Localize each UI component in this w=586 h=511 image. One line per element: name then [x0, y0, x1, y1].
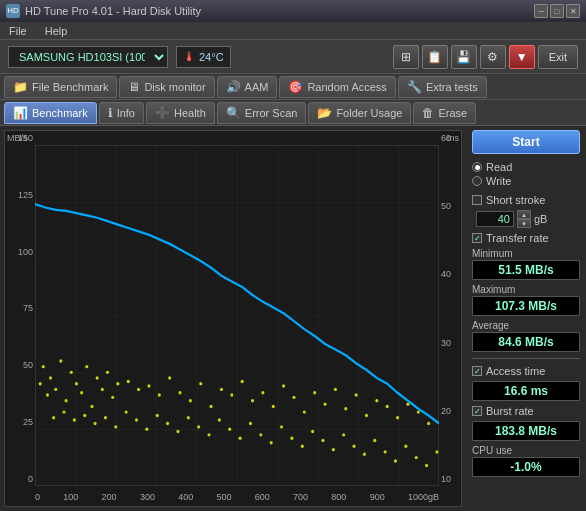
menu-file[interactable]: File [5, 25, 31, 37]
toolbar-btn-1[interactable]: ⊞ [393, 45, 419, 69]
radio-read[interactable]: Read [472, 161, 580, 173]
svg-point-36 [303, 410, 306, 413]
stroke-value-input[interactable] [476, 211, 514, 227]
disk-monitor-icon: 🖥 [128, 80, 140, 94]
svg-point-76 [332, 448, 335, 451]
tab-aam[interactable]: 🔊 AAM [217, 76, 278, 98]
svg-point-33 [272, 405, 275, 408]
erase-icon: 🗑 [422, 106, 434, 120]
svg-point-57 [135, 418, 138, 421]
toolbar-btn-3[interactable]: 💾 [451, 45, 477, 69]
stroke-spin-up[interactable]: ▲ [517, 210, 531, 219]
maximum-label: Maximum [472, 284, 580, 295]
close-btn[interactable]: ✕ [566, 4, 580, 18]
svg-point-14 [96, 376, 99, 379]
burst-rate-checkbox[interactable]: ✓ Burst rate [472, 405, 580, 417]
tab-bar-bottom: 📊 Benchmark ℹ Info ➕ Health 🔍 Error Scan… [0, 100, 586, 126]
tab-random-access[interactable]: 🎯 Random Access [279, 76, 395, 98]
transfer-rate-label: Transfer rate [486, 232, 549, 244]
minimize-btn[interactable]: ─ [534, 4, 548, 18]
menu-bar: File Help [0, 22, 586, 40]
burst-rate-stat: 183.8 MB/s [472, 421, 580, 441]
access-time-checkbox[interactable]: ✓ Access time [472, 365, 580, 377]
access-time-stat: 16.6 ms [472, 381, 580, 401]
svg-point-65 [218, 418, 221, 421]
toolbar-btn-2[interactable]: 📋 [422, 45, 448, 69]
right-panel: Start Read Write Short stroke ▲ ▼ gB [466, 126, 586, 511]
svg-point-19 [127, 380, 130, 383]
svg-point-52 [83, 414, 86, 417]
toolbar-btn-4[interactable]: ⚙ [480, 45, 506, 69]
svg-point-74 [311, 430, 314, 433]
svg-point-51 [73, 418, 76, 421]
tab-file-benchmark[interactable]: 📁 File Benchmark [4, 76, 117, 98]
svg-rect-0 [35, 145, 439, 486]
svg-point-31 [251, 399, 254, 402]
svg-point-45 [396, 416, 399, 419]
menu-help[interactable]: Help [41, 25, 72, 37]
svg-point-75 [321, 439, 324, 442]
tab-disk-monitor[interactable]: 🖥 Disk monitor [119, 76, 214, 98]
y-axis-right-values: 60 50 40 30 20 10 [439, 131, 461, 486]
svg-point-62 [187, 416, 190, 419]
main-content: MB/s ms 150 125 100 75 50 25 0 60 50 40 … [0, 126, 586, 511]
tab-extra-tests-label: Extra tests [426, 81, 478, 93]
svg-point-7 [59, 359, 62, 362]
svg-point-59 [156, 414, 159, 417]
stroke-unit-label: gB [534, 213, 547, 225]
svg-point-16 [106, 371, 109, 374]
device-bar: SAMSUNG HD103SI (1000 GB) 🌡 24°C ⊞ 📋 💾 ⚙… [0, 40, 586, 74]
short-stroke-checkbox[interactable]: Short stroke [472, 194, 580, 206]
svg-point-69 [259, 433, 262, 436]
thermometer-icon: 🌡 [183, 49, 196, 64]
svg-point-55 [114, 425, 117, 428]
benchmark-icon: 📊 [13, 106, 28, 120]
svg-point-86 [435, 450, 438, 453]
tab-benchmark[interactable]: 📊 Benchmark [4, 102, 97, 124]
svg-point-67 [239, 437, 242, 440]
tab-error-scan[interactable]: 🔍 Error Scan [217, 102, 307, 124]
chart-svg [35, 145, 439, 486]
svg-point-28 [220, 388, 223, 391]
svg-point-29 [230, 393, 233, 396]
tab-aam-label: AAM [245, 81, 269, 93]
svg-point-35 [292, 396, 295, 399]
access-time-label: Access time [486, 365, 545, 377]
average-stat: Average 84.6 MB/s [472, 320, 580, 352]
maximize-btn[interactable]: □ [550, 4, 564, 18]
extra-tests-icon: 🔧 [407, 80, 422, 94]
tab-health[interactable]: ➕ Health [146, 102, 215, 124]
svg-point-37 [313, 391, 316, 394]
radio-read-label: Read [486, 161, 512, 173]
svg-point-11 [80, 391, 83, 394]
exit-button[interactable]: Exit [538, 45, 578, 69]
cpu-stat: CPU use -1.0% [472, 445, 580, 477]
svg-point-39 [334, 388, 337, 391]
svg-point-20 [137, 388, 140, 391]
start-button[interactable]: Start [472, 130, 580, 154]
tab-info[interactable]: ℹ Info [99, 102, 144, 124]
stroke-spin-down[interactable]: ▼ [517, 219, 531, 228]
average-value: 84.6 MB/s [472, 332, 580, 352]
tab-erase[interactable]: 🗑 Erase [413, 102, 476, 124]
svg-point-53 [94, 422, 97, 425]
health-icon: ➕ [155, 106, 170, 120]
stroke-spin-buttons: ▲ ▼ [517, 210, 531, 228]
tab-folder-usage[interactable]: 📂 Folder Usage [308, 102, 411, 124]
device-select[interactable]: SAMSUNG HD103SI (1000 GB) [8, 46, 168, 68]
svg-point-5 [49, 376, 52, 379]
transfer-rate-checkbox[interactable]: ✓ Transfer rate [472, 232, 580, 244]
toolbar-btn-5[interactable]: ▼ [509, 45, 535, 69]
svg-point-47 [417, 410, 420, 413]
maximum-stat: Maximum 107.3 MB/s [472, 284, 580, 316]
svg-point-38 [323, 402, 326, 405]
cpu-value: -1.0% [472, 457, 580, 477]
radio-write[interactable]: Write [472, 175, 580, 187]
radio-write-dot [472, 176, 482, 186]
toolbar-icons: ⊞ 📋 💾 ⚙ ▼ Exit [393, 45, 578, 69]
svg-point-81 [384, 450, 387, 453]
svg-point-9 [70, 371, 73, 374]
info-icon: ℹ [108, 106, 113, 120]
tab-extra-tests[interactable]: 🔧 Extra tests [398, 76, 487, 98]
svg-point-21 [147, 384, 150, 387]
